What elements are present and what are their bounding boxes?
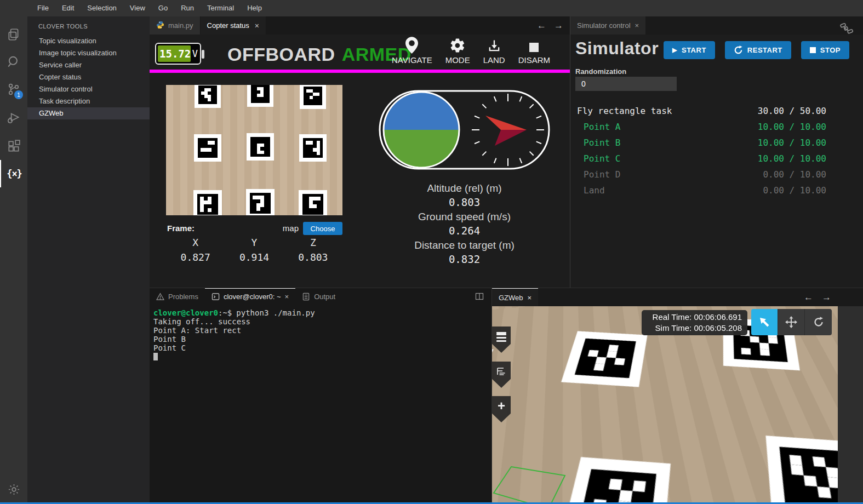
sidebar-item-gzweb[interactable]: GZWeb: [27, 107, 150, 119]
aruco-marker: [299, 190, 327, 215]
mode-button[interactable]: MODE: [445, 36, 470, 65]
tab-terminal[interactable]: clover@clover0: ~ ×: [205, 288, 295, 305]
menu-file[interactable]: File: [31, 0, 55, 16]
navigate-button[interactable]: NAVIGATE: [392, 36, 432, 65]
land-button[interactable]: LAND: [483, 36, 505, 65]
stop-button[interactable]: STOP: [801, 41, 849, 59]
copter-actions: NAVIGATE MODE LAND DISARM: [392, 36, 550, 65]
editor-nav-arrows: ← →: [537, 16, 563, 35]
task-row: Point D 0.00 / 10.00: [570, 167, 863, 182]
sim-time: Sim Time: 00:06:05.208: [647, 323, 742, 334]
axis-z-value: 0.803: [284, 251, 342, 263]
hamburger-icon: [496, 332, 506, 334]
menu-selection[interactable]: Selection: [81, 0, 123, 16]
menu-help[interactable]: Help: [241, 0, 268, 16]
menu-run[interactable]: Run: [174, 0, 201, 16]
ground-speed-value: 0.264: [378, 225, 551, 237]
tab-output[interactable]: Output: [295, 288, 342, 305]
aruco-marker: [246, 189, 275, 215]
drone-icon[interactable]: [839, 21, 854, 39]
warning-icon: [156, 293, 164, 301]
search-icon[interactable]: [0, 48, 27, 76]
gzweb-3d-view[interactable]: Real Time: 00:06:06.691 Sim Time: 00:06:…: [492, 306, 838, 503]
move-icon: [785, 316, 798, 329]
select-tool-button[interactable]: [751, 309, 778, 335]
stop-icon: [810, 47, 816, 53]
settings-gear-icon[interactable]: [0, 476, 27, 503]
battery-voltage: 15.72: [159, 48, 191, 60]
tab-copter-status[interactable]: Copter status ×: [201, 16, 267, 35]
clover-tools-icon[interactable]: {×}: [0, 160, 27, 187]
close-icon[interactable]: ×: [635, 21, 639, 30]
disarm-button[interactable]: DISARM: [518, 36, 550, 65]
position-axes: X Y Z 0.827 0.914 0.803: [166, 237, 342, 263]
gzweb-tab-bar: GZWeb × ← →: [492, 288, 863, 306]
task-row: Land 0.00 / 10.00: [570, 182, 863, 198]
sidebar-title: CLOVER TOOLS: [27, 16, 150, 35]
panel-tab-bar: Problems clover@clover0: ~ × Output: [150, 288, 491, 305]
sidebar-item-service-caller[interactable]: Service caller: [27, 59, 150, 71]
flight-mode-line: OFFBOARDARMED: [227, 44, 412, 65]
close-icon[interactable]: ×: [285, 293, 289, 301]
sidebar-item-simulator-control[interactable]: Simulator control: [27, 83, 150, 95]
aruco-marker: [299, 134, 327, 162]
tab-gzweb[interactable]: GZWeb ×: [492, 288, 538, 306]
forward-arrow-icon[interactable]: →: [822, 292, 831, 303]
task-row: Point B 10.00 / 10.00: [570, 135, 863, 151]
rotate-tool-button[interactable]: [805, 309, 832, 335]
menu-view[interactable]: View: [123, 0, 152, 16]
sidebar-item-topic-visualization[interactable]: Topic visualization: [27, 35, 150, 47]
close-icon[interactable]: ×: [255, 21, 259, 30]
aruco-marker: [247, 85, 273, 107]
attitude-compass-instrument: [378, 89, 551, 173]
aruco-marker: [247, 133, 274, 161]
menu-terminal[interactable]: Terminal: [201, 0, 241, 16]
altitude-label: Altitude (rel) (m): [378, 182, 551, 194]
gzweb-toolbar: [751, 309, 832, 335]
simulator-control-panel: Simulator control × Simulator ▶ START RE…: [570, 16, 863, 288]
tab-simulator-control[interactable]: Simulator control ×: [570, 16, 645, 35]
camera-view: [166, 85, 342, 215]
back-arrow-icon[interactable]: ←: [804, 292, 813, 303]
forward-arrow-icon[interactable]: →: [554, 20, 563, 31]
menu-edit[interactable]: Edit: [55, 0, 81, 16]
terminal-icon: [212, 293, 220, 301]
output-icon: [302, 293, 310, 301]
axis-y-label: Y: [225, 237, 283, 248]
source-control-icon[interactable]: 1: [0, 76, 27, 103]
sidebar-item-image-topic-visualization[interactable]: Image topic visualization: [27, 47, 150, 59]
extensions-icon[interactable]: [0, 133, 27, 160]
restart-button[interactable]: RESTART: [725, 41, 791, 59]
land-icon: [487, 36, 502, 54]
axis-x-value: 0.827: [166, 251, 225, 263]
task-score-list: Fly rectangle task 30.00 / 50.00 Point A…: [570, 103, 863, 198]
randomization-input[interactable]: [575, 77, 677, 91]
menu-go[interactable]: Go: [152, 0, 174, 16]
tab-problems[interactable]: Problems: [150, 288, 205, 305]
stop-square-icon: [529, 36, 539, 54]
tab-main-py[interactable]: main.py: [150, 16, 201, 35]
translate-tool-button[interactable]: [778, 309, 805, 335]
editor-tab-bar: main.py Copter status × ← →: [150, 16, 570, 35]
axis-x-label: X: [166, 237, 225, 248]
simulator-buttons: ▶ START RESTART STOP: [664, 41, 849, 59]
frame-label: Frame:: [167, 224, 195, 233]
plus-icon: +: [498, 400, 505, 412]
distance-to-target-label: Distance to target (m): [378, 239, 551, 251]
sidebar-clover-tools: CLOVER TOOLS Topic visualization Image t…: [27, 16, 150, 504]
python-icon: [156, 21, 164, 31]
choose-frame-button[interactable]: Choose: [303, 222, 342, 235]
aruco-marker: [193, 190, 222, 215]
explorer-icon[interactable]: [0, 21, 27, 48]
scene-tree-icon: [496, 366, 507, 377]
terminal-output[interactable]: clover@clover0:~$python3 ./main.py Takin…: [153, 308, 315, 362]
close-icon[interactable]: ×: [528, 294, 532, 302]
run-debug-icon[interactable]: [0, 104, 27, 131]
task-row: Point A 10.00 / 10.00: [570, 119, 863, 135]
start-button[interactable]: ▶ START: [664, 41, 715, 59]
sidebar-item-copter-status[interactable]: Copter status: [27, 71, 150, 83]
sidebar-item-task-description[interactable]: Task description: [27, 95, 150, 107]
randomization-label: Randomization: [575, 67, 626, 76]
split-panel-icon[interactable]: [475, 292, 484, 303]
back-arrow-icon[interactable]: ←: [537, 20, 546, 31]
